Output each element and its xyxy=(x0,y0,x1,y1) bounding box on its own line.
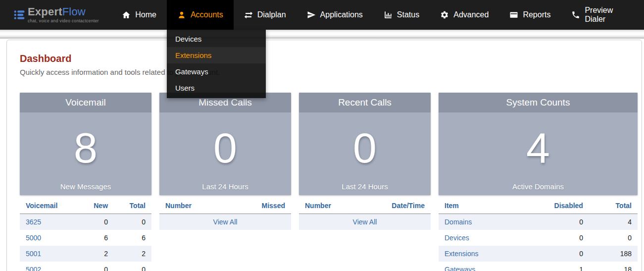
col-header: Disabled xyxy=(518,198,589,214)
card-title: Recent Calls xyxy=(299,93,431,112)
nav-label: Reports xyxy=(523,10,550,19)
voicemail-link[interactable]: 5000 xyxy=(26,234,41,242)
item-link[interactable]: Domains xyxy=(445,218,472,226)
cell-total: 0 xyxy=(589,230,638,246)
phone-icon xyxy=(571,10,580,19)
top-navbar: ExpertFlow chat, voice and video contact… xyxy=(0,0,644,30)
col-header: New xyxy=(79,198,114,214)
nav-item-accounts[interactable]: Accounts Devices Extensions Gateways Use… xyxy=(167,0,234,30)
nav-item-applications[interactable]: Applications xyxy=(297,0,373,30)
cell-new: 6 xyxy=(79,230,114,246)
view-all-link[interactable]: View All xyxy=(353,218,377,226)
brand-tagline: chat, voice and video contactcenter xyxy=(28,19,99,23)
cell-disabled: 0 xyxy=(518,246,589,262)
col-header: Total xyxy=(589,198,638,214)
navbar-shadow-band xyxy=(0,30,644,39)
card-caption: Active Domains xyxy=(512,182,564,191)
table-row: Extensions 0 188 xyxy=(439,246,638,262)
nav-label: Dialplan xyxy=(257,10,286,19)
cell-total: 18 xyxy=(589,262,638,271)
col-header: Number xyxy=(299,198,386,214)
table-row: 5000 6 6 xyxy=(20,230,151,246)
paper-plane-icon xyxy=(307,10,316,19)
view-all-link[interactable]: View All xyxy=(213,218,238,226)
dashboard-cards-grid: Voicemail 8 New Messages Voicemail New T… xyxy=(20,93,638,271)
nav-item-preview-dialer[interactable]: Preview Dialer xyxy=(561,0,644,30)
recent-calls-table: Number Date/Time View All xyxy=(299,198,431,230)
missed-calls-column: Missed Calls 0 Last 24 Hours Number Miss… xyxy=(159,93,291,271)
menu-item-gateways[interactable]: Gateways xyxy=(167,63,266,80)
bar-chart-icon xyxy=(384,10,393,19)
recent-calls-count: 0 xyxy=(353,112,377,182)
nav-label: Preview Dialer xyxy=(585,6,634,24)
menu-item-users[interactable]: Users xyxy=(167,80,266,96)
missed-calls-count: 0 xyxy=(213,112,237,182)
card-title: System Counts xyxy=(439,93,638,112)
nav-item-home[interactable]: Home xyxy=(111,0,167,30)
card-caption: Last 24 Hours xyxy=(202,182,248,191)
content-panel: Dashboard Quickly access information and… xyxy=(6,40,642,271)
missed-calls-card[interactable]: Missed Calls 0 Last 24 Hours xyxy=(159,93,291,195)
voicemail-column: Voicemail 8 New Messages Voicemail New T… xyxy=(20,93,151,271)
col-header: Total xyxy=(114,198,151,214)
item-link[interactable]: Extensions xyxy=(445,250,478,258)
nav-label: Advanced xyxy=(453,10,489,19)
table-row: 5001 2 2 xyxy=(20,246,151,262)
voicemail-count: 8 xyxy=(74,112,98,182)
nav-label: Applications xyxy=(320,10,363,19)
cell-disabled: 0 xyxy=(518,214,589,230)
table-row: Devices 0 0 xyxy=(439,230,638,246)
table-row: View All xyxy=(299,214,431,230)
page-subtitle: Quickly access information and tools rel… xyxy=(20,68,638,76)
item-link[interactable]: Devices xyxy=(445,234,469,242)
menu-item-devices[interactable]: Devices xyxy=(167,31,266,47)
cell-total: 4 xyxy=(589,214,638,230)
system-counts-value: 4 xyxy=(526,112,550,182)
cell-total: 0 xyxy=(114,214,151,230)
table-row: Gateways 1 18 xyxy=(439,262,638,271)
home-icon xyxy=(122,10,131,19)
nav-label: Accounts xyxy=(191,10,223,19)
system-counts-table: Item Disabled Total Domains 0 4 Devices … xyxy=(439,198,638,271)
table-row: Domains 0 4 xyxy=(439,214,638,230)
col-header: Missed xyxy=(228,198,291,214)
menu-item-extensions[interactable]: Extensions xyxy=(167,47,266,63)
journal-icon xyxy=(509,10,518,19)
cell-disabled: 0 xyxy=(518,230,589,246)
cell-total: 2 xyxy=(114,246,151,262)
page-title: Dashboard xyxy=(20,53,638,64)
expertflow-logo-icon xyxy=(14,9,25,20)
swap-arrows-icon xyxy=(244,10,253,19)
brand-logo[interactable]: ExpertFlow chat, voice and video contact… xyxy=(0,0,102,30)
voicemail-link[interactable]: 5001 xyxy=(26,250,41,258)
voicemail-table: Voicemail New Total 3625 0 0 5000 6 6 xyxy=(20,198,151,271)
gear-icon xyxy=(440,10,449,19)
voicemail-link[interactable]: 3625 xyxy=(26,218,41,226)
cell-total: 6 xyxy=(114,230,151,246)
system-counts-card[interactable]: System Counts 4 Active Domains xyxy=(439,93,638,195)
missed-calls-table: Number Missed View All xyxy=(159,198,291,230)
cell-total: 188 xyxy=(589,246,638,262)
voicemail-card[interactable]: Voicemail 8 New Messages xyxy=(20,93,151,195)
table-row: View All xyxy=(159,214,291,230)
cell-new: 0 xyxy=(79,262,114,271)
col-header: Item xyxy=(439,198,518,214)
recent-calls-card[interactable]: Recent Calls 0 Last 24 Hours xyxy=(299,93,431,195)
table-row: 5002 0 0 xyxy=(20,262,151,271)
brand-name: ExpertFlow xyxy=(28,6,99,17)
nav-item-reports[interactable]: Reports xyxy=(499,0,561,30)
nav-item-dialplan[interactable]: Dialplan xyxy=(234,0,297,30)
cell-new: 2 xyxy=(79,246,114,262)
card-caption: Last 24 Hours xyxy=(342,182,388,191)
voicemail-link[interactable]: 5002 xyxy=(26,266,41,271)
item-link[interactable]: Gateways xyxy=(445,266,475,271)
nav-label: Home xyxy=(135,10,156,19)
card-title: Voicemail xyxy=(20,93,151,112)
recent-calls-column: Recent Calls 0 Last 24 Hours Number Date… xyxy=(299,93,431,271)
nav-item-advanced[interactable]: Advanced xyxy=(430,0,499,30)
nav-label: Status xyxy=(397,10,419,19)
user-icon xyxy=(177,10,186,19)
table-row: 3625 0 0 xyxy=(20,214,151,230)
nav-item-status[interactable]: Status xyxy=(373,0,430,30)
col-header: Number xyxy=(159,198,228,214)
